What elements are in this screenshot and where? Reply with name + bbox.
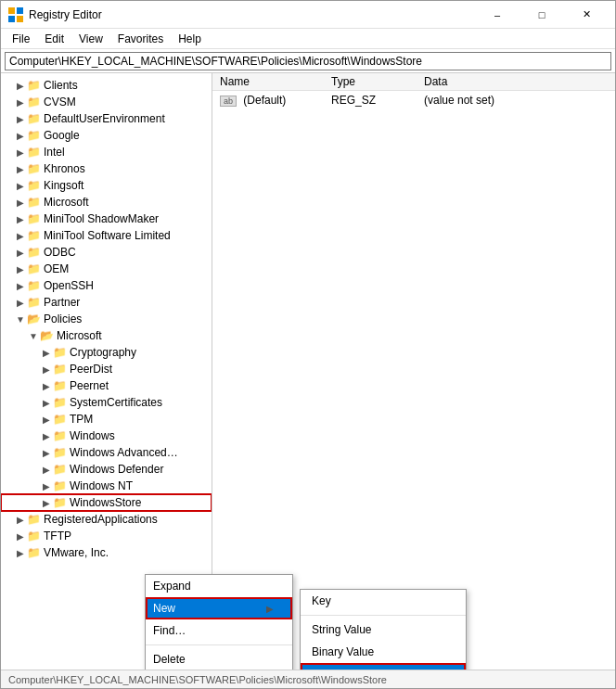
tree-item-windows-nt[interactable]: ▶ 📁 Windows NT bbox=[1, 478, 212, 494]
submenu-separator bbox=[301, 615, 466, 616]
detail-header: Name Type Data bbox=[212, 73, 615, 91]
expand-icon: ▶ bbox=[40, 381, 53, 391]
tree-item-microsoft-policies[interactable]: ▼ 📂 Microsoft bbox=[1, 327, 212, 344]
ctx-find[interactable]: Find… bbox=[146, 619, 292, 642]
expand-icon: ▶ bbox=[40, 348, 53, 358]
expand-icon: ▶ bbox=[40, 465, 53, 475]
submenu-binary-value[interactable]: Binary Value bbox=[301, 641, 466, 663]
expand-icon: ▶ bbox=[14, 164, 27, 174]
maximize-button[interactable]: □ bbox=[520, 1, 563, 29]
tree-item-google[interactable]: ▶ 📁 Google bbox=[1, 127, 212, 144]
cell-type: REG_SZ bbox=[324, 91, 417, 109]
tree-item-clients[interactable]: ▶ 📁 Clients bbox=[1, 77, 212, 94]
title-bar: Registry Editor – □ ✕ bbox=[1, 1, 615, 29]
tree-item-peerdist[interactable]: ▶ 📁 PeerDist bbox=[1, 361, 212, 377]
expand-icon: ▶ bbox=[14, 97, 27, 108]
submenu-key[interactable]: Key bbox=[301, 590, 466, 612]
expand-icon: ▶ bbox=[14, 131, 27, 141]
menu-edit[interactable]: Edit bbox=[37, 31, 71, 47]
menu-bar: File Edit View Favorites Help bbox=[1, 29, 615, 49]
menu-view[interactable]: View bbox=[71, 31, 110, 47]
expand-icon: ▶ bbox=[14, 515, 27, 525]
expand-icon: ▶ bbox=[40, 481, 53, 491]
tree-item-defaultuserenvironment[interactable]: ▶ 📁 DefaultUserEnvironment bbox=[1, 110, 212, 127]
submenu-new: Key String Value Binary Value DWORD (32-… bbox=[300, 589, 467, 670]
svg-rect-3 bbox=[17, 16, 23, 22]
submenu-arrow-icon: ▶ bbox=[266, 604, 274, 614]
expand-icon: ▶ bbox=[14, 531, 27, 542]
tree-item-partner[interactable]: ▶ 📁 Partner bbox=[1, 294, 212, 311]
address-bar bbox=[1, 49, 615, 73]
status-bar: Computer\HKEY_LOCAL_MACHINE\SOFTWARE\Pol… bbox=[1, 670, 615, 688]
expand-icon: ▶ bbox=[14, 181, 27, 191]
tree-item-windows-defender[interactable]: ▶ 📁 Windows Defender bbox=[1, 461, 212, 478]
table-row[interactable]: ab (Default) REG_SZ (value not set) bbox=[212, 91, 615, 109]
status-text: Computer\HKEY_LOCAL_MACHINE\SOFTWARE\Pol… bbox=[8, 674, 387, 685]
cell-name: ab (Default) bbox=[212, 91, 324, 109]
expand-icon: ▶ bbox=[14, 248, 27, 258]
tree-item-minitool-software[interactable]: ▶ 📁 MiniTool Software Limited bbox=[1, 227, 212, 244]
close-button[interactable]: ✕ bbox=[565, 1, 608, 29]
main-content: ▶ 📁 Clients ▶ 📁 CVSM ▶ 📁 DefaultUserEnvi… bbox=[1, 73, 615, 670]
expand-icon: ▶ bbox=[40, 448, 53, 458]
menu-favorites[interactable]: Favorites bbox=[110, 31, 171, 47]
tree-item-registeredapplications[interactable]: ▶ 📁 RegisteredApplications bbox=[1, 511, 212, 528]
tree-item-tpm[interactable]: ▶ 📁 TPM bbox=[1, 411, 212, 427]
tree-item-cvsm[interactable]: ▶ 📁 CVSM bbox=[1, 94, 212, 110]
ctx-new[interactable]: New ▶ bbox=[146, 597, 292, 619]
expand-icon: ▶ bbox=[40, 398, 53, 408]
tree-item-khronos[interactable]: ▶ 📁 Khronos bbox=[1, 160, 212, 177]
svg-rect-0 bbox=[8, 7, 15, 14]
submenu-dword-value[interactable]: DWORD (32-bit) Value bbox=[301, 663, 466, 670]
tree-item-kingsoft[interactable]: ▶ 📁 Kingsoft bbox=[1, 177, 212, 194]
tree-item-vmware[interactable]: ▶ 📁 VMware, Inc. bbox=[1, 544, 212, 561]
expand-icon: ▶ bbox=[14, 147, 27, 158]
expand-icon: ▼ bbox=[14, 314, 27, 325]
tree-item-windows-advanced[interactable]: ▶ 📁 Windows Advanced… bbox=[1, 444, 212, 461]
ctx-delete[interactable]: Delete bbox=[146, 648, 292, 670]
tree-item-systemcertificates[interactable]: ▶ 📁 SystemCertificates bbox=[1, 394, 212, 411]
tree-item-policies[interactable]: ▼ 📂 Policies bbox=[1, 311, 212, 327]
expand-icon: ▼ bbox=[27, 331, 40, 341]
tree-item-tftp[interactable]: ▶ 📁 TFTP bbox=[1, 528, 212, 544]
expand-icon: ▶ bbox=[14, 231, 27, 241]
expand-icon: ▶ bbox=[14, 298, 27, 308]
col-data: Data bbox=[417, 73, 615, 91]
col-type: Type bbox=[324, 73, 417, 91]
value-icon: ab bbox=[220, 96, 237, 107]
expand-icon: ▶ bbox=[14, 198, 27, 208]
app-icon bbox=[8, 7, 23, 22]
menu-help[interactable]: Help bbox=[171, 31, 209, 47]
tree-item-windows[interactable]: ▶ 📁 Windows bbox=[1, 427, 212, 444]
tree-item-odbc[interactable]: ▶ 📁 ODBC bbox=[1, 244, 212, 261]
window-controls: – □ ✕ bbox=[476, 1, 608, 29]
expand-icon: ▶ bbox=[14, 264, 27, 274]
cell-data: (value not set) bbox=[417, 91, 615, 109]
svg-rect-1 bbox=[17, 7, 23, 14]
expand-icon: ▶ bbox=[40, 364, 53, 375]
tree-item-cryptography[interactable]: ▶ 📁 Cryptography bbox=[1, 344, 212, 361]
expand-icon: ▶ bbox=[14, 548, 27, 558]
tree-item-peernet[interactable]: ▶ 📁 Peernet bbox=[1, 377, 212, 394]
expand-icon: ▶ bbox=[40, 498, 53, 508]
ctx-expand[interactable]: Expand bbox=[146, 575, 292, 597]
registry-editor-window: Registry Editor – □ ✕ File Edit View Fav… bbox=[0, 0, 616, 689]
expand-icon: ▶ bbox=[14, 81, 27, 91]
tree-item-oem[interactable]: ▶ 📁 OEM bbox=[1, 261, 212, 277]
tree-item-microsoft-top[interactable]: ▶ 📁 Microsoft bbox=[1, 194, 212, 211]
expand-icon: ▶ bbox=[40, 431, 53, 441]
tree-item-windowsstore[interactable]: ▶ 📁 WindowsStore bbox=[1, 494, 212, 511]
address-input[interactable] bbox=[5, 52, 611, 70]
tree-item-intel[interactable]: ▶ 📁 Intel bbox=[1, 144, 212, 160]
submenu-string-value[interactable]: String Value bbox=[301, 619, 466, 641]
tree-item-openssh[interactable]: ▶ 📁 OpenSSH bbox=[1, 277, 212, 294]
detail-table: Name Type Data ab (Default) REG_SZ (valu… bbox=[212, 73, 615, 109]
tree-item-minitool-shadowmaker[interactable]: ▶ 📁 MiniTool ShadowMaker bbox=[1, 211, 212, 227]
minimize-button[interactable]: – bbox=[476, 1, 519, 29]
expand-icon: ▶ bbox=[14, 281, 27, 291]
expand-icon: ▶ bbox=[14, 214, 27, 224]
expand-icon: ▶ bbox=[14, 114, 27, 124]
ctx-separator-1 bbox=[146, 644, 292, 645]
menu-file[interactable]: File bbox=[5, 31, 37, 47]
svg-rect-2 bbox=[8, 16, 15, 22]
